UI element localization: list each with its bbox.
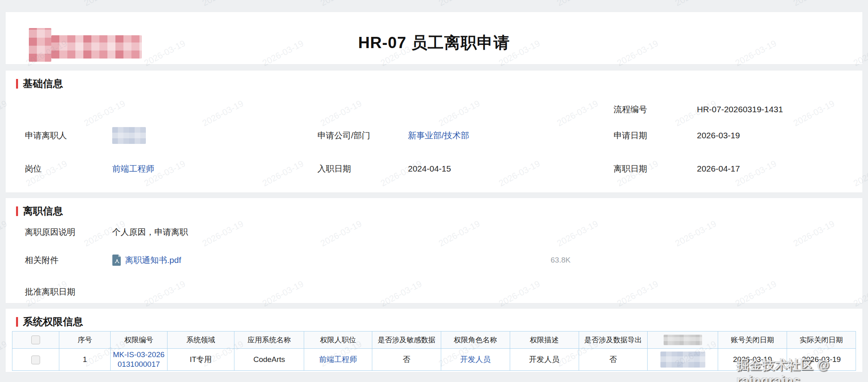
field-label: 流程编号 <box>614 104 697 115</box>
section-title-text: 基础信息 <box>23 77 63 90</box>
diagonal-watermark-text: 2026-03-19 <box>82 0 127 8</box>
cell-perm_no: MK-IS-03-20260131000017 <box>110 349 167 371</box>
cell-app: CodeArts <box>234 349 304 371</box>
attachment-link[interactable]: 离职通知书.pdf <box>112 255 181 266</box>
cell-sensitive: 否 <box>372 349 441 371</box>
seq-value: 1 <box>83 355 87 364</box>
section-accent-bar <box>16 79 18 89</box>
diagonal-watermark-text: 2026-03-19 <box>200 0 245 8</box>
field-label: 相关附件 <box>25 255 112 266</box>
app-value: CodeArts <box>253 355 285 364</box>
field-label: 离职原因说明 <box>25 226 112 238</box>
field-label: 批准离职日期 <box>25 286 112 297</box>
resign-reason-value: 个人原因，申请离职 <box>112 226 188 238</box>
diagonal-watermark-text: 2026-03-19 <box>437 0 482 8</box>
system-permissions-section: 系统权限信息 序号权限编号系统领域应用系统名称权限人职位是否涉及敏感数据权限角色… <box>6 309 862 372</box>
diagonal-watermark-text: 2026-03-19 <box>0 0 9 8</box>
redacted-cell-value <box>660 352 705 368</box>
applicant-name-redacted <box>112 127 146 144</box>
pdf-file-icon <box>112 255 122 266</box>
permissions-table-body: 1MK-IS-03-20260131000017IT专用CodeArts前端工程… <box>12 349 856 371</box>
field-label: 岗位 <box>25 163 112 174</box>
permissions-table: 序号权限编号系统领域应用系统名称权限人职位是否涉及敏感数据权限角色名称权限描述是… <box>12 331 856 371</box>
basic-info-section-title: 基础信息 <box>16 77 63 90</box>
position-link[interactable]: 前端工程师 <box>319 355 357 364</box>
field-label: 入职日期 <box>317 163 408 174</box>
cell-seq: 1 <box>59 349 111 371</box>
field-position: 岗位 前端工程师 <box>25 163 154 174</box>
section-accent-bar <box>16 206 18 216</box>
field-leave-date: 离职日期 2026-04-17 <box>614 163 740 174</box>
diagonal-watermark-text: 2026-03-19 <box>555 0 600 8</box>
field-approved-date: 批准离职日期 <box>25 286 112 297</box>
apply-date-value: 2026-03-19 <box>697 131 740 140</box>
field-label: 申请日期 <box>614 130 697 141</box>
cell-masked <box>648 349 718 371</box>
table-row: 1MK-IS-03-20260131000017IT专用CodeArts前端工程… <box>12 349 856 371</box>
col-header-position: 权限人职位 <box>304 331 372 349</box>
leave-date-value: 2026-04-17 <box>697 164 740 174</box>
company-dept-link[interactable]: 新事业部/技术部 <box>408 130 469 141</box>
role-link[interactable]: 开发人员 <box>460 355 491 364</box>
field-label: 离职日期 <box>614 163 697 174</box>
cell-position: 前端工程师 <box>304 349 372 371</box>
col-header-perm_no: 权限编号 <box>110 331 167 349</box>
permissions-table-header: 序号权限编号系统领域应用系统名称权限人职位是否涉及敏感数据权限角色名称权限描述是… <box>12 331 856 349</box>
form-header-card: HR-07 员工离职申请 <box>6 12 862 64</box>
close_date-value: 2026-03-19 <box>733 355 772 364</box>
cell-select <box>12 349 59 371</box>
field-attachment: 相关附件 离职通知书.pdf 63.8K <box>25 255 854 266</box>
cell-desc: 开发人员 <box>510 349 579 371</box>
col-header-desc: 权限描述 <box>510 331 579 349</box>
col-header-app: 应用系统名称 <box>234 331 304 349</box>
col-header-masked <box>648 331 718 349</box>
diagonal-watermark-text: 2026-03-19 <box>791 0 836 8</box>
col-header-select <box>12 331 59 349</box>
row-select-checkbox[interactable] <box>31 356 40 364</box>
resign-info-section-title: 离职信息 <box>16 204 63 218</box>
permissions-section-title: 系统权限信息 <box>16 315 83 328</box>
export-value: 否 <box>609 355 617 364</box>
select-all-checkbox[interactable] <box>31 336 40 344</box>
col-header-domain: 系统领域 <box>167 331 234 349</box>
position-link[interactable]: 前端工程师 <box>112 163 154 174</box>
col-header-export: 是否涉及数据导出 <box>579 331 648 349</box>
redacted-column-header <box>664 335 702 345</box>
desc-value: 开发人员 <box>529 355 559 364</box>
cell-role: 开发人员 <box>441 349 510 371</box>
field-label: 申请公司/部门 <box>317 130 408 141</box>
col-header-close_date: 账号关闭日期 <box>718 331 787 349</box>
attachment-file-size: 63.8K <box>551 256 571 265</box>
field-process-no: 流程编号 HR-07-20260319-1431 <box>614 104 783 115</box>
field-resign-reason: 离职原因说明 个人原因，申请离职 <box>25 226 188 238</box>
cell-close_date: 2026-03-19 <box>718 349 787 371</box>
field-applicant: 申请离职人 <box>25 127 146 144</box>
field-apply-date: 申请日期 2026-03-19 <box>614 130 740 141</box>
diagonal-watermark-text: 2026-03-19 <box>673 0 718 8</box>
cell-export: 否 <box>579 349 648 371</box>
entry-date-value: 2024-04-15 <box>408 164 451 174</box>
field-label: 申请离职人 <box>25 130 112 141</box>
field-company-dept: 申请公司/部门 新事业部/技术部 <box>317 130 469 141</box>
process-no-value: HR-07-20260319-1431 <box>697 105 783 114</box>
attachment-filename: 离职通知书.pdf <box>125 255 181 266</box>
page-title: HR-07 员工离职申请 <box>6 32 862 54</box>
resign-info-section: 离职信息 离职原因说明 个人原因，申请离职 相关附件 离职通知书.pdf 63.… <box>6 198 862 303</box>
section-accent-bar <box>16 317 18 327</box>
col-header-sensitive: 是否涉及敏感数据 <box>372 331 441 349</box>
section-title-text: 系统权限信息 <box>23 315 83 328</box>
col-header-actual_close_date: 实际关闭日期 <box>787 331 856 349</box>
col-header-seq: 序号 <box>59 331 111 349</box>
perm_no-link[interactable]: MK-IS-03-20260131000017 <box>113 350 165 368</box>
col-header-role: 权限角色名称 <box>441 331 510 349</box>
domain-value: IT专用 <box>190 355 212 364</box>
sensitive-value: 否 <box>403 355 410 364</box>
cell-actual_close_date: 2026-03-19 <box>787 349 856 371</box>
actual_close_date-value: 2026-03-19 <box>802 355 841 364</box>
diagonal-watermark-text: 2026-03-19 <box>319 0 363 8</box>
cell-domain: IT专用 <box>167 349 234 371</box>
field-entry-date: 入职日期 2024-04-15 <box>317 163 451 174</box>
section-title-text: 离职信息 <box>23 204 63 218</box>
basic-info-section: 基础信息 流程编号 HR-07-20260319-1431 申请离职人 申请公司… <box>6 71 862 192</box>
